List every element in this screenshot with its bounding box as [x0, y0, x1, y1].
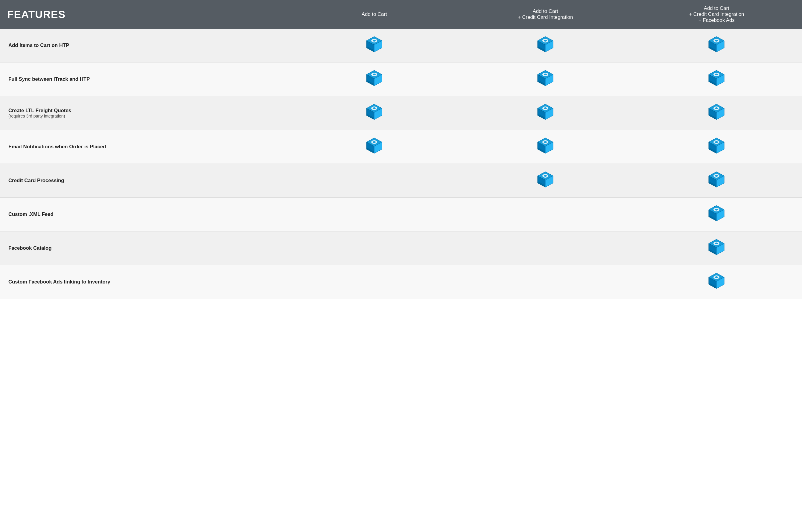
col3-check-cell — [631, 130, 802, 164]
col2-check-cell — [460, 130, 631, 164]
table-row: Add Items to Cart on HTP — [0, 29, 802, 62]
col1-check-cell — [289, 130, 460, 164]
col3-header: Add to Cart + Credit Card Integration + … — [631, 0, 802, 29]
col1-header: Add to Cart — [289, 0, 460, 29]
svg-point-52 — [715, 107, 718, 109]
feature-label-cell: Email Notifications when Order is Placed — [0, 130, 289, 164]
svg-point-88 — [715, 209, 718, 211]
svg-point-4 — [373, 40, 376, 42]
feature-label-cell: Custom Facebook Ads linking to Inventory — [0, 265, 289, 299]
table-row: Create LTL Freight Quotes(requires 3rd p… — [0, 96, 802, 130]
svg-point-70 — [715, 141, 718, 143]
col1-check-cell — [289, 265, 460, 299]
features-table: FEATURES Add to Cart Add to Cart + Credi… — [0, 0, 802, 299]
col3-check-cell — [631, 29, 802, 62]
col2-header: Add to Cart + Credit Card Integration — [460, 0, 631, 29]
svg-point-16 — [715, 40, 718, 42]
feature-label-cell: Full Sync between ITrack and HTP — [0, 62, 289, 96]
svg-point-100 — [715, 276, 718, 278]
col2-check-cell — [460, 96, 631, 130]
col1-check-cell — [289, 29, 460, 62]
feature-label-cell: Facebook Catalog — [0, 231, 289, 265]
col2-check-cell — [460, 265, 631, 299]
col1-check-cell — [289, 96, 460, 130]
table-row: Custom Facebook Ads linking to Inventory — [0, 265, 802, 299]
feature-label-cell: Create LTL Freight Quotes(requires 3rd p… — [0, 96, 289, 130]
col2-check-cell — [460, 164, 631, 198]
col3-check-cell — [631, 96, 802, 130]
table-header-row: FEATURES Add to Cart Add to Cart + Credi… — [0, 0, 802, 29]
table-row: Full Sync between ITrack and HTP — [0, 62, 802, 96]
col3-check-cell — [631, 198, 802, 231]
table-row: Custom .XML Feed — [0, 198, 802, 231]
col1-check-cell — [289, 198, 460, 231]
col1-check-cell — [289, 231, 460, 265]
col2-check-cell — [460, 29, 631, 62]
col3-check-cell — [631, 231, 802, 265]
features-heading: FEATURES — [0, 0, 289, 29]
table-row: Email Notifications when Order is Placed — [0, 130, 802, 164]
feature-label-cell: Add Items to Cart on HTP — [0, 29, 289, 62]
svg-point-34 — [715, 74, 718, 75]
feature-label-cell: Credit Card Processing — [0, 164, 289, 198]
col1-check-cell — [289, 164, 460, 198]
col2-check-cell — [460, 198, 631, 231]
svg-point-58 — [373, 141, 376, 143]
table-row: Credit Card Processing — [0, 164, 802, 198]
col3-check-cell — [631, 164, 802, 198]
table-row: Facebook Catalog — [0, 231, 802, 265]
svg-point-94 — [715, 243, 718, 244]
svg-point-22 — [373, 74, 376, 75]
col3-check-cell — [631, 62, 802, 96]
col1-check-cell — [289, 62, 460, 96]
col2-check-cell — [460, 62, 631, 96]
col3-check-cell — [631, 265, 802, 299]
svg-point-46 — [544, 107, 547, 109]
feature-label-cell: Custom .XML Feed — [0, 198, 289, 231]
svg-point-76 — [544, 175, 547, 177]
col2-check-cell — [460, 231, 631, 265]
svg-point-82 — [715, 175, 718, 177]
svg-point-10 — [544, 40, 547, 42]
table-body: Add Items to Cart on HTP Fu — [0, 29, 802, 299]
svg-point-64 — [544, 141, 547, 143]
svg-point-28 — [544, 74, 547, 75]
svg-point-40 — [373, 107, 376, 109]
